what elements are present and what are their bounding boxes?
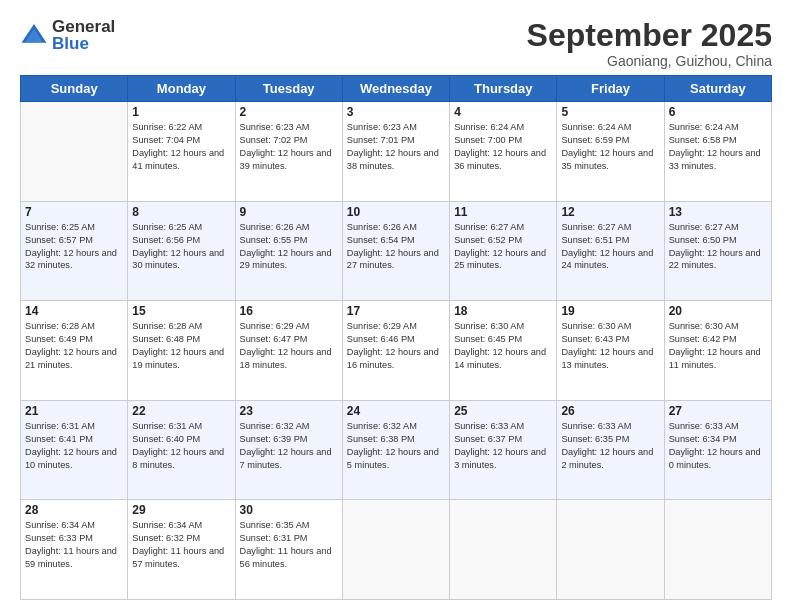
calendar-cell: 8Sunrise: 6:25 AM Sunset: 6:56 PM Daylig… — [128, 201, 235, 301]
calendar-cell: 2Sunrise: 6:23 AM Sunset: 7:02 PM Daylig… — [235, 102, 342, 202]
cell-daylight-info: Sunrise: 6:33 AM Sunset: 6:35 PM Dayligh… — [561, 420, 659, 472]
calendar-cell: 22Sunrise: 6:31 AM Sunset: 6:40 PM Dayli… — [128, 400, 235, 500]
calendar-cell: 26Sunrise: 6:33 AM Sunset: 6:35 PM Dayli… — [557, 400, 664, 500]
calendar-cell: 14Sunrise: 6:28 AM Sunset: 6:49 PM Dayli… — [21, 301, 128, 401]
cell-daylight-info: Sunrise: 6:23 AM Sunset: 7:01 PM Dayligh… — [347, 121, 445, 173]
day-number: 13 — [669, 205, 767, 219]
day-number: 4 — [454, 105, 552, 119]
day-number: 17 — [347, 304, 445, 318]
calendar-header-saturday: Saturday — [664, 76, 771, 102]
calendar-cell: 9Sunrise: 6:26 AM Sunset: 6:55 PM Daylig… — [235, 201, 342, 301]
cell-daylight-info: Sunrise: 6:26 AM Sunset: 6:55 PM Dayligh… — [240, 221, 338, 273]
day-number: 21 — [25, 404, 123, 418]
cell-daylight-info: Sunrise: 6:23 AM Sunset: 7:02 PM Dayligh… — [240, 121, 338, 173]
cell-daylight-info: Sunrise: 6:30 AM Sunset: 6:45 PM Dayligh… — [454, 320, 552, 372]
cell-daylight-info: Sunrise: 6:32 AM Sunset: 6:38 PM Dayligh… — [347, 420, 445, 472]
cell-daylight-info: Sunrise: 6:33 AM Sunset: 6:37 PM Dayligh… — [454, 420, 552, 472]
day-number: 27 — [669, 404, 767, 418]
cell-daylight-info: Sunrise: 6:22 AM Sunset: 7:04 PM Dayligh… — [132, 121, 230, 173]
logo-general: General — [52, 18, 115, 35]
day-number: 10 — [347, 205, 445, 219]
calendar-cell: 15Sunrise: 6:28 AM Sunset: 6:48 PM Dayli… — [128, 301, 235, 401]
day-number: 2 — [240, 105, 338, 119]
cell-daylight-info: Sunrise: 6:34 AM Sunset: 6:32 PM Dayligh… — [132, 519, 230, 571]
day-number: 6 — [669, 105, 767, 119]
calendar-week-row-5: 28Sunrise: 6:34 AM Sunset: 6:33 PM Dayli… — [21, 500, 772, 600]
logo: General Blue — [20, 18, 115, 52]
cell-daylight-info: Sunrise: 6:24 AM Sunset: 6:59 PM Dayligh… — [561, 121, 659, 173]
calendar-cell: 30Sunrise: 6:35 AM Sunset: 6:31 PM Dayli… — [235, 500, 342, 600]
cell-daylight-info: Sunrise: 6:32 AM Sunset: 6:39 PM Dayligh… — [240, 420, 338, 472]
cell-daylight-info: Sunrise: 6:27 AM Sunset: 6:52 PM Dayligh… — [454, 221, 552, 273]
cell-daylight-info: Sunrise: 6:30 AM Sunset: 6:42 PM Dayligh… — [669, 320, 767, 372]
day-number: 11 — [454, 205, 552, 219]
cell-daylight-info: Sunrise: 6:26 AM Sunset: 6:54 PM Dayligh… — [347, 221, 445, 273]
calendar-header-thursday: Thursday — [450, 76, 557, 102]
calendar-cell — [557, 500, 664, 600]
logo-text: General Blue — [52, 18, 115, 52]
calendar-cell: 21Sunrise: 6:31 AM Sunset: 6:41 PM Dayli… — [21, 400, 128, 500]
calendar-cell: 1Sunrise: 6:22 AM Sunset: 7:04 PM Daylig… — [128, 102, 235, 202]
day-number: 3 — [347, 105, 445, 119]
cell-daylight-info: Sunrise: 6:30 AM Sunset: 6:43 PM Dayligh… — [561, 320, 659, 372]
day-number: 9 — [240, 205, 338, 219]
day-number: 20 — [669, 304, 767, 318]
day-number: 12 — [561, 205, 659, 219]
cell-daylight-info: Sunrise: 6:27 AM Sunset: 6:51 PM Dayligh… — [561, 221, 659, 273]
calendar-cell: 5Sunrise: 6:24 AM Sunset: 6:59 PM Daylig… — [557, 102, 664, 202]
calendar-week-row-4: 21Sunrise: 6:31 AM Sunset: 6:41 PM Dayli… — [21, 400, 772, 500]
calendar-header-monday: Monday — [128, 76, 235, 102]
cell-daylight-info: Sunrise: 6:33 AM Sunset: 6:34 PM Dayligh… — [669, 420, 767, 472]
day-number: 29 — [132, 503, 230, 517]
cell-daylight-info: Sunrise: 6:24 AM Sunset: 7:00 PM Dayligh… — [454, 121, 552, 173]
calendar-cell: 17Sunrise: 6:29 AM Sunset: 6:46 PM Dayli… — [342, 301, 449, 401]
day-number: 16 — [240, 304, 338, 318]
calendar-cell: 16Sunrise: 6:29 AM Sunset: 6:47 PM Dayli… — [235, 301, 342, 401]
calendar-cell — [342, 500, 449, 600]
calendar-cell: 23Sunrise: 6:32 AM Sunset: 6:39 PM Dayli… — [235, 400, 342, 500]
calendar-header-tuesday: Tuesday — [235, 76, 342, 102]
calendar-header-sunday: Sunday — [21, 76, 128, 102]
day-number: 7 — [25, 205, 123, 219]
day-number: 24 — [347, 404, 445, 418]
calendar-cell: 10Sunrise: 6:26 AM Sunset: 6:54 PM Dayli… — [342, 201, 449, 301]
calendar-cell: 11Sunrise: 6:27 AM Sunset: 6:52 PM Dayli… — [450, 201, 557, 301]
day-number: 26 — [561, 404, 659, 418]
calendar-cell: 29Sunrise: 6:34 AM Sunset: 6:32 PM Dayli… — [128, 500, 235, 600]
month-title: September 2025 — [527, 18, 772, 53]
calendar-cell — [664, 500, 771, 600]
calendar-cell: 6Sunrise: 6:24 AM Sunset: 6:58 PM Daylig… — [664, 102, 771, 202]
location: Gaoniang, Guizhou, China — [527, 53, 772, 69]
day-number: 30 — [240, 503, 338, 517]
calendar-cell: 13Sunrise: 6:27 AM Sunset: 6:50 PM Dayli… — [664, 201, 771, 301]
day-number: 15 — [132, 304, 230, 318]
cell-daylight-info: Sunrise: 6:29 AM Sunset: 6:46 PM Dayligh… — [347, 320, 445, 372]
calendar-cell: 7Sunrise: 6:25 AM Sunset: 6:57 PM Daylig… — [21, 201, 128, 301]
logo-blue: Blue — [52, 35, 115, 52]
cell-daylight-info: Sunrise: 6:31 AM Sunset: 6:41 PM Dayligh… — [25, 420, 123, 472]
cell-daylight-info: Sunrise: 6:34 AM Sunset: 6:33 PM Dayligh… — [25, 519, 123, 571]
cell-daylight-info: Sunrise: 6:31 AM Sunset: 6:40 PM Dayligh… — [132, 420, 230, 472]
day-number: 22 — [132, 404, 230, 418]
calendar-cell: 27Sunrise: 6:33 AM Sunset: 6:34 PM Dayli… — [664, 400, 771, 500]
day-number: 1 — [132, 105, 230, 119]
cell-daylight-info: Sunrise: 6:24 AM Sunset: 6:58 PM Dayligh… — [669, 121, 767, 173]
calendar-cell: 28Sunrise: 6:34 AM Sunset: 6:33 PM Dayli… — [21, 500, 128, 600]
page: General Blue September 2025 Gaoniang, Gu… — [0, 0, 792, 612]
day-number: 25 — [454, 404, 552, 418]
day-number: 19 — [561, 304, 659, 318]
calendar-header-wednesday: Wednesday — [342, 76, 449, 102]
calendar-cell: 12Sunrise: 6:27 AM Sunset: 6:51 PM Dayli… — [557, 201, 664, 301]
calendar-table: SundayMondayTuesdayWednesdayThursdayFrid… — [20, 75, 772, 600]
day-number: 8 — [132, 205, 230, 219]
cell-daylight-info: Sunrise: 6:25 AM Sunset: 6:56 PM Dayligh… — [132, 221, 230, 273]
cell-daylight-info: Sunrise: 6:27 AM Sunset: 6:50 PM Dayligh… — [669, 221, 767, 273]
calendar-cell: 19Sunrise: 6:30 AM Sunset: 6:43 PM Dayli… — [557, 301, 664, 401]
calendar-header-row: SundayMondayTuesdayWednesdayThursdayFrid… — [21, 76, 772, 102]
calendar-cell: 24Sunrise: 6:32 AM Sunset: 6:38 PM Dayli… — [342, 400, 449, 500]
calendar-week-row-1: 1Sunrise: 6:22 AM Sunset: 7:04 PM Daylig… — [21, 102, 772, 202]
cell-daylight-info: Sunrise: 6:28 AM Sunset: 6:48 PM Dayligh… — [132, 320, 230, 372]
cell-daylight-info: Sunrise: 6:29 AM Sunset: 6:47 PM Dayligh… — [240, 320, 338, 372]
cell-daylight-info: Sunrise: 6:25 AM Sunset: 6:57 PM Dayligh… — [25, 221, 123, 273]
calendar-cell: 20Sunrise: 6:30 AM Sunset: 6:42 PM Dayli… — [664, 301, 771, 401]
